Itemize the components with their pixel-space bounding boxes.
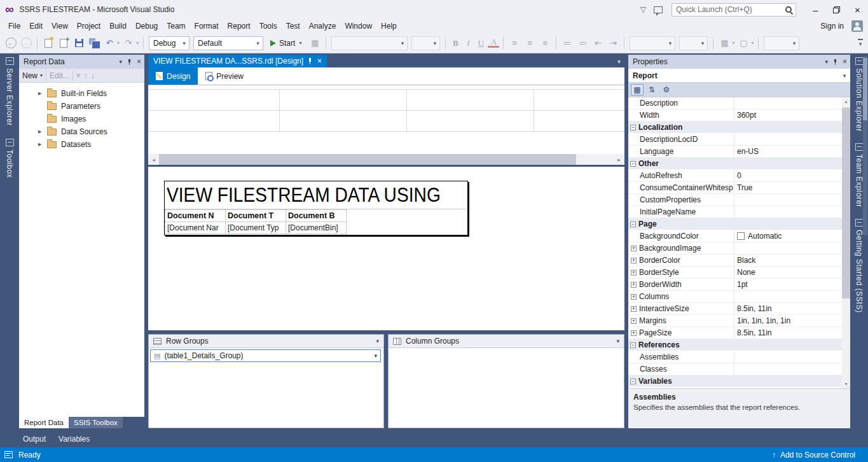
align-left-icon[interactable]: ≡	[507, 36, 521, 50]
pin-icon[interactable]	[127, 59, 132, 66]
document-list-dropdown-icon[interactable]: ▾	[617, 58, 624, 65]
property-value[interactable]: 1in, 1in, 1in, 1in	[734, 315, 842, 326]
side-tab-getting-started-ssis[interactable]: Getting Started (SSIS)	[855, 219, 864, 312]
tree-item-images[interactable]: Images	[19, 113, 144, 125]
table-data-cell[interactable]: [Document Typ	[226, 222, 286, 234]
collapse-icon[interactable]: −	[630, 161, 636, 167]
property-descriptionlocid[interactable]: DescriptionLocID	[628, 134, 842, 146]
align-right-icon[interactable]: ≡	[538, 36, 552, 50]
new-project-icon[interactable]	[45, 39, 52, 48]
side-tab-team-explorer[interactable]: Team Explorer	[855, 143, 864, 207]
property-value[interactable]	[734, 351, 842, 363]
grid-cell[interactable]	[534, 111, 624, 132]
expand-arrow-icon[interactable]: ▶	[38, 129, 47, 134]
navigate-forward-icon[interactable]: →	[21, 38, 32, 48]
property-value[interactable]	[734, 206, 842, 218]
view-tab-design[interactable]: Design	[148, 67, 198, 85]
tree-item-built-in-fields[interactable]: ▶Built-in Fields	[19, 87, 144, 100]
chevron-down-icon[interactable]: ▾	[616, 338, 619, 344]
property-value[interactable]: 1pt	[734, 279, 842, 290]
menu-format[interactable]: Format	[190, 19, 223, 33]
close-document-icon[interactable]: ×	[317, 57, 322, 66]
menu-view[interactable]: View	[47, 19, 72, 33]
collapse-icon[interactable]: −	[630, 379, 636, 384]
tree-item-datasets[interactable]: ▶Datasets	[19, 138, 144, 151]
menu-analyze[interactable]: Analyze	[305, 19, 341, 33]
close-icon[interactable]: ×	[137, 58, 141, 66]
user-avatar-icon[interactable]	[851, 20, 863, 32]
property-interactivesize[interactable]: +InteractiveSize8.5in, 11in	[628, 303, 842, 315]
menu-tools[interactable]: Tools	[255, 19, 282, 33]
numbering-icon[interactable]: ≕	[575, 36, 589, 50]
scrollbar-thumb[interactable]	[159, 154, 576, 165]
property-classes[interactable]: Classes	[628, 363, 842, 375]
undo-dropdown-icon[interactable]: ▾	[117, 40, 120, 46]
new-button[interactable]: New▾	[22, 71, 43, 80]
start-dropdown-icon[interactable]: ▾	[299, 40, 301, 46]
row-group-item[interactable]: ▤(table1_Details_Group)▾	[150, 349, 381, 362]
menu-test[interactable]: Test	[282, 19, 305, 33]
category-page[interactable]: −Page	[628, 218, 842, 230]
scroll-left-icon[interactable]: ◂	[148, 154, 159, 165]
grid-cell[interactable]	[407, 111, 534, 132]
pin-icon[interactable]	[832, 59, 838, 66]
move-down-icon[interactable]: ↓	[91, 71, 95, 80]
category-variables[interactable]: −Variables	[628, 375, 842, 388]
property-consumecontainerwhitesp[interactable]: ConsumeContainerWhitespTrue	[628, 182, 842, 194]
sign-in-link[interactable]: Sign in	[820, 22, 844, 31]
categorized-icon[interactable]: ▦	[631, 84, 644, 95]
undo-icon[interactable]: ↶	[102, 36, 116, 50]
property-value[interactable]: 8.5in, 11in	[734, 303, 842, 314]
property-language[interactable]: Languageen-US	[628, 146, 842, 158]
scrollbar-thumb[interactable]	[863, 58, 867, 120]
view-tab-preview[interactable]: Preview	[198, 67, 251, 85]
category-localization[interactable]: −Localization	[628, 122, 842, 134]
property-columns[interactable]: +Columns	[628, 291, 842, 303]
side-tab-server-explorer[interactable]: Server Explorer	[5, 57, 14, 126]
property-autorefresh[interactable]: AutoRefresh0	[628, 170, 842, 182]
property-initialpagename[interactable]: InitialPageName	[628, 206, 842, 218]
decrease-indent-icon[interactable]: ⇤	[591, 36, 605, 50]
underline-icon[interactable]: U	[475, 38, 486, 48]
report-data-header[interactable]: Report Data ▾ ×	[19, 55, 144, 69]
category-references[interactable]: −References	[628, 339, 842, 351]
object-selector-combo[interactable]: Report ▾	[628, 69, 850, 83]
grid-cell[interactable]	[148, 90, 280, 111]
right-edge-scrollbar[interactable]	[863, 56, 867, 235]
move-up-icon[interactable]: ↑	[84, 71, 88, 80]
toolbar-overflow-icon[interactable]: ▾	[855, 39, 865, 47]
property-backgroundcolor[interactable]: BackgroundColorAutomatic	[628, 230, 842, 242]
chevron-down-icon[interactable]: ▾	[732, 40, 734, 46]
report-title-textbox[interactable]: VIEW FILESTREAM DATA USING	[165, 181, 467, 209]
property-description[interactable]: Description	[628, 97, 842, 109]
border-color-icon[interactable]: ▢	[736, 36, 750, 50]
collapse-icon[interactable]: −	[630, 342, 636, 348]
source-control-button[interactable]: ↑ Add to Source Control	[772, 451, 868, 459]
scroll-down-icon[interactable]: ▾	[842, 380, 850, 388]
property-value[interactable]: Automatic	[734, 230, 842, 242]
property-value[interactable]: None	[734, 267, 842, 278]
grid-cell[interactable]	[280, 90, 407, 111]
start-button[interactable]: Start ▾	[266, 36, 307, 50]
column-groups-header[interactable]: Column Groups ▾	[389, 335, 624, 348]
property-value[interactable]	[734, 134, 842, 145]
table-data-cell[interactable]: [Document Nar	[165, 222, 226, 234]
close-button[interactable]: ×	[847, 0, 868, 19]
chevron-down-icon[interactable]: ▾	[374, 353, 377, 359]
expand-icon[interactable]: +	[631, 330, 637, 336]
chevron-down-icon[interactable]: ▾	[751, 40, 754, 46]
property-bordercolor[interactable]: +BorderColorBlack	[628, 255, 842, 267]
bullets-icon[interactable]: ≔	[560, 36, 574, 50]
edit-button[interactable]: Edit...	[50, 71, 69, 80]
property-value[interactable]	[734, 242, 842, 254]
menu-team[interactable]: Team	[162, 19, 189, 33]
horizontal-scrollbar[interactable]: ◂ ▸	[148, 154, 624, 165]
expand-icon[interactable]: +	[631, 258, 637, 263]
chevron-down-icon[interactable]: ▾	[376, 338, 379, 344]
close-icon[interactable]: ×	[843, 58, 847, 66]
property-value[interactable]: 8.5in, 11in	[734, 327, 842, 339]
scroll-up-icon[interactable]: ▴	[842, 97, 850, 106]
table-header-cell[interactable]: Document T	[226, 210, 286, 222]
border-style-combo[interactable]: ▾	[630, 36, 675, 50]
expand-icon[interactable]: +	[631, 294, 637, 300]
